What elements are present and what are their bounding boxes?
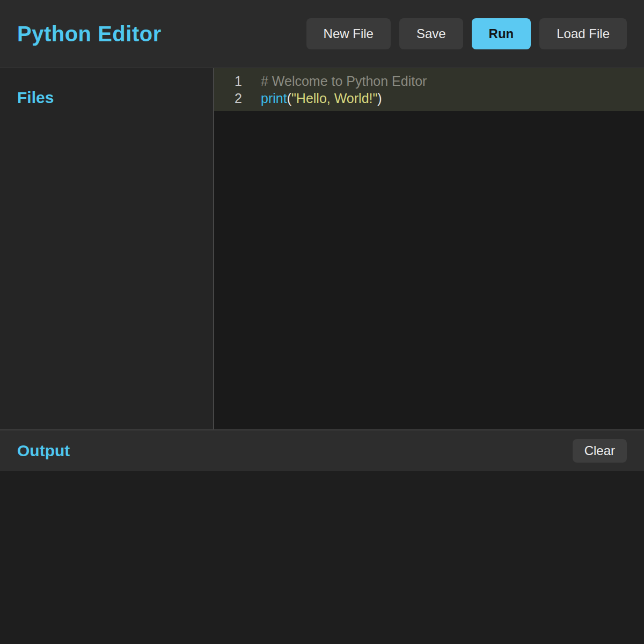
output-header-bar: Output Clear <box>0 429 644 471</box>
new-file-button[interactable]: New File <box>306 18 391 49</box>
clear-button[interactable]: Clear <box>573 439 627 463</box>
code-block: 1 # Welcome to Python Editor 2 print("He… <box>214 68 644 111</box>
header-buttons: New File Save Run Load File <box>306 18 627 49</box>
line-number: 1 <box>214 72 242 90</box>
run-button[interactable]: Run <box>472 18 531 49</box>
code-editor[interactable]: 1 # Welcome to Python Editor 2 print("He… <box>214 68 644 429</box>
save-button[interactable]: Save <box>399 18 463 49</box>
code-text: print("Hello, World!") <box>261 90 382 107</box>
header-bar: Python Editor New File Save Run Load Fil… <box>0 0 644 68</box>
main-area: Files 1 # Welcome to Python Editor 2 pri… <box>0 68 644 429</box>
app-title: Python Editor <box>17 22 162 46</box>
files-panel: Files <box>0 68 214 429</box>
comment-token: # Welcome to Python Editor <box>261 74 427 89</box>
paren-token: ) <box>377 91 382 106</box>
code-line[interactable]: 1 # Welcome to Python Editor <box>214 72 644 90</box>
output-panel-title: Output <box>17 442 70 460</box>
keyword-token: print <box>261 91 287 106</box>
load-file-button[interactable]: Load File <box>539 18 627 49</box>
code-text: # Welcome to Python Editor <box>261 72 427 90</box>
code-line[interactable]: 2 print("Hello, World!") <box>214 90 644 107</box>
output-console <box>0 471 644 644</box>
line-number: 2 <box>214 90 242 107</box>
paren-token: ( <box>287 91 291 106</box>
files-panel-title: Files <box>17 89 196 107</box>
string-token: "Hello, World!" <box>291 91 377 106</box>
